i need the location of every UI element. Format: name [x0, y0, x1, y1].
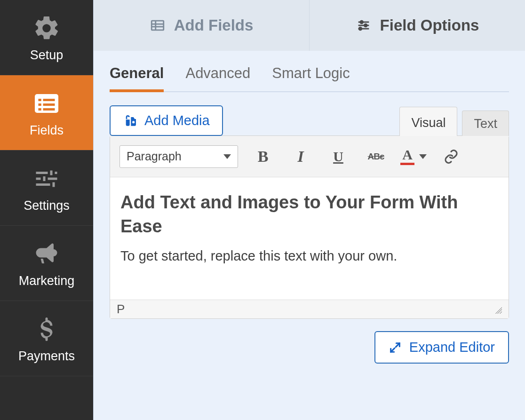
tab-add-fields[interactable]: Add Fields	[94, 0, 310, 51]
strikethrough-button[interactable]: ABє	[363, 144, 389, 169]
format-select[interactable]: Paragraph	[119, 145, 238, 168]
insert-link-button[interactable]	[438, 144, 464, 169]
svg-rect-3	[39, 103, 41, 106]
svg-point-16	[359, 27, 362, 30]
editor-mode-tabs: Visual Text	[399, 107, 509, 136]
svg-rect-7	[151, 21, 164, 30]
grid-icon	[150, 17, 166, 33]
dollar-icon	[32, 315, 61, 343]
expand-icon	[389, 341, 402, 354]
sidebar-item-label: Fields	[30, 123, 64, 138]
sidebar-item-payments[interactable]: Payments	[0, 301, 93, 376]
field-options-panel: Add Fields Field Options General Advance…	[93, 0, 525, 420]
sidebar-item-marketing[interactable]: Marketing	[0, 226, 93, 301]
editor-heading: Add Text and Images to Your Form With Ea…	[120, 190, 498, 239]
rich-text-editor: Paragraph B I U ABє A Add Text and Image…	[110, 135, 509, 319]
sidebar-item-settings[interactable]: Settings	[0, 151, 93, 226]
sidebar-item-label: Marketing	[19, 274, 75, 288]
subtab-general[interactable]: General	[110, 62, 164, 92]
sliders-icon	[32, 165, 61, 193]
editor-paragraph: To get started, replace this text with y…	[120, 248, 498, 264]
builder-top-tabs: Add Fields Field Options	[94, 0, 525, 51]
expand-editor-button[interactable]: Expand Editor	[374, 331, 509, 364]
italic-button[interactable]: I	[288, 144, 313, 169]
resize-handle[interactable]	[493, 305, 502, 314]
tab-field-options[interactable]: Field Options	[310, 0, 525, 51]
list-icon	[32, 89, 61, 118]
chevron-down-icon	[419, 154, 427, 159]
svg-rect-6	[43, 108, 55, 111]
svg-point-14	[364, 24, 367, 27]
format-select-value: Paragraph	[127, 150, 182, 163]
underline-button[interactable]: U	[326, 144, 351, 169]
top-tab-label: Field Options	[380, 16, 479, 34]
svg-rect-5	[39, 108, 41, 111]
bold-button[interactable]: B	[250, 144, 276, 169]
editor-status-bar: P	[110, 300, 509, 318]
builder-sidebar: Setup Fields Settings Marketing Payments	[0, 0, 93, 420]
editor-element-path[interactable]: P	[117, 302, 125, 317]
add-media-button[interactable]: Add Media	[110, 105, 223, 136]
bullhorn-icon	[32, 240, 61, 268]
add-media-label: Add Media	[144, 113, 210, 128]
svg-rect-2	[43, 99, 55, 101]
chevron-down-icon	[223, 154, 231, 159]
expand-editor-label: Expand Editor	[409, 340, 495, 355]
sidebar-item-label: Setup	[30, 48, 64, 63]
sidebar-item-fields[interactable]: Fields	[0, 75, 93, 151]
sliders-icon	[356, 17, 372, 33]
sidebar-item-label: Settings	[24, 198, 70, 213]
editor-tab-visual[interactable]: Visual	[399, 107, 457, 136]
media-icon	[123, 113, 138, 128]
editor-tab-text[interactable]: Text	[462, 111, 509, 136]
field-option-subtabs: General Advanced Smart Logic	[110, 62, 509, 92]
subtab-advanced[interactable]: Advanced	[185, 62, 250, 92]
svg-point-12	[360, 21, 363, 24]
text-color-icon: A	[400, 148, 414, 165]
editor-content-area[interactable]: Add Text and Images to Your Form With Ea…	[110, 177, 509, 300]
svg-rect-4	[43, 103, 55, 106]
sidebar-item-label: Payments	[18, 349, 75, 364]
text-color-button[interactable]: A	[401, 144, 426, 169]
top-tab-label: Add Fields	[174, 16, 254, 34]
svg-point-17	[132, 121, 135, 123]
sidebar-item-setup[interactable]: Setup	[0, 0, 93, 75]
svg-rect-1	[39, 99, 41, 101]
subtab-smart-logic[interactable]: Smart Logic	[272, 62, 350, 92]
gear-icon	[32, 14, 61, 42]
editor-toolbar: Paragraph B I U ABє A	[110, 136, 509, 177]
